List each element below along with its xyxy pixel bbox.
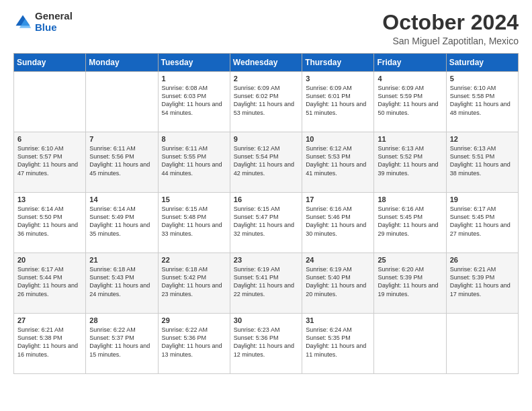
calendar-cell: 11Sunrise: 6:13 AM Sunset: 5:52 PM Dayli… [374, 132, 446, 193]
calendar-cell: 30Sunrise: 6:23 AM Sunset: 5:36 PM Dayli… [230, 314, 302, 374]
calendar-cell: 31Sunrise: 6:24 AM Sunset: 5:35 PM Dayli… [302, 314, 374, 374]
day-number: 13 [17, 195, 82, 203]
day-number: 17 [306, 195, 370, 203]
calendar-cell: 1Sunrise: 6:08 AM Sunset: 6:03 PM Daylig… [158, 72, 230, 132]
day-number: 25 [378, 256, 442, 264]
calendar-cell [374, 314, 446, 374]
calendar-cell: 14Sunrise: 6:14 AM Sunset: 5:49 PM Dayli… [86, 193, 158, 253]
day-content: Sunrise: 6:15 AM Sunset: 5:48 PM Dayligh… [162, 205, 226, 238]
calendar-cell: 15Sunrise: 6:15 AM Sunset: 5:48 PM Dayli… [158, 193, 230, 253]
day-content: Sunrise: 6:17 AM Sunset: 5:44 PM Dayligh… [17, 265, 82, 298]
logo-general-label: General [35, 11, 73, 22]
calendar-cell: 3Sunrise: 6:09 AM Sunset: 6:01 PM Daylig… [302, 72, 374, 132]
day-number: 11 [378, 135, 442, 143]
day-content: Sunrise: 6:12 AM Sunset: 5:54 PM Dayligh… [234, 144, 298, 177]
day-content: Sunrise: 6:14 AM Sunset: 5:50 PM Dayligh… [17, 205, 82, 238]
month-title: October 2024 [382, 11, 519, 34]
day-number: 26 [450, 256, 515, 264]
day-content: Sunrise: 6:16 AM Sunset: 5:46 PM Dayligh… [306, 205, 370, 238]
day-content: Sunrise: 6:09 AM Sunset: 6:01 PM Dayligh… [306, 84, 370, 117]
day-content: Sunrise: 6:10 AM Sunset: 5:58 PM Dayligh… [450, 84, 515, 117]
calendar-cell: 21Sunrise: 6:18 AM Sunset: 5:43 PM Dayli… [86, 253, 158, 314]
day-number: 2 [234, 75, 298, 83]
day-number: 7 [89, 135, 154, 143]
calendar-cell: 29Sunrise: 6:22 AM Sunset: 5:36 PM Dayli… [158, 314, 230, 374]
day-number: 8 [162, 135, 226, 143]
day-number: 3 [306, 75, 370, 83]
day-content: Sunrise: 6:19 AM Sunset: 5:41 PM Dayligh… [234, 265, 298, 298]
day-content: Sunrise: 6:20 AM Sunset: 5:39 PM Dayligh… [378, 265, 442, 298]
header-day-thursday: Thursday [302, 54, 374, 72]
page: General Blue October 2024 San Miguel Zap… [0, 0, 532, 411]
calendar-cell: 7Sunrise: 6:11 AM Sunset: 5:56 PM Daylig… [86, 132, 158, 193]
day-content: Sunrise: 6:13 AM Sunset: 5:52 PM Dayligh… [378, 144, 442, 177]
calendar-cell: 4Sunrise: 6:09 AM Sunset: 5:59 PM Daylig… [374, 72, 446, 132]
calendar-table: SundayMondayTuesdayWednesdayThursdayFrid… [13, 53, 519, 374]
day-number: 22 [162, 256, 226, 264]
calendar-cell: 22Sunrise: 6:18 AM Sunset: 5:42 PM Dayli… [158, 253, 230, 314]
logo: General Blue [13, 11, 73, 33]
calendar-cell [14, 72, 86, 132]
calendar-cell: 24Sunrise: 6:19 AM Sunset: 5:40 PM Dayli… [302, 253, 374, 314]
week-row-4: 20Sunrise: 6:17 AM Sunset: 5:44 PM Dayli… [14, 253, 519, 314]
day-number: 16 [234, 195, 298, 203]
calendar-cell [86, 72, 158, 132]
logo-text: General Blue [35, 11, 73, 33]
week-row-3: 13Sunrise: 6:14 AM Sunset: 5:50 PM Dayli… [14, 193, 519, 253]
calendar-cell: 16Sunrise: 6:15 AM Sunset: 5:47 PM Dayli… [230, 193, 302, 253]
day-content: Sunrise: 6:09 AM Sunset: 6:02 PM Dayligh… [234, 84, 298, 117]
calendar-cell: 13Sunrise: 6:14 AM Sunset: 5:50 PM Dayli… [14, 193, 86, 253]
day-content: Sunrise: 6:10 AM Sunset: 5:57 PM Dayligh… [17, 144, 82, 177]
calendar-cell: 26Sunrise: 6:21 AM Sunset: 5:39 PM Dayli… [446, 253, 518, 314]
day-number: 30 [234, 316, 298, 324]
day-number: 15 [162, 195, 226, 203]
day-content: Sunrise: 6:16 AM Sunset: 5:45 PM Dayligh… [378, 205, 442, 238]
calendar-cell: 9Sunrise: 6:12 AM Sunset: 5:54 PM Daylig… [230, 132, 302, 193]
day-content: Sunrise: 6:18 AM Sunset: 5:43 PM Dayligh… [89, 265, 154, 298]
day-content: Sunrise: 6:18 AM Sunset: 5:42 PM Dayligh… [162, 265, 226, 298]
day-number: 20 [17, 256, 82, 264]
day-content: Sunrise: 6:23 AM Sunset: 5:36 PM Dayligh… [234, 326, 298, 359]
location-title: San Miguel Zapotitlan, Mexico [382, 36, 519, 46]
title-block: October 2024 San Miguel Zapotitlan, Mexi… [382, 11, 519, 46]
day-number: 21 [89, 256, 154, 264]
calendar-cell: 20Sunrise: 6:17 AM Sunset: 5:44 PM Dayli… [14, 253, 86, 314]
day-content: Sunrise: 6:11 AM Sunset: 5:56 PM Dayligh… [89, 144, 154, 177]
day-content: Sunrise: 6:17 AM Sunset: 5:45 PM Dayligh… [450, 205, 515, 238]
day-number: 14 [89, 195, 154, 203]
day-number: 6 [17, 135, 82, 143]
day-content: Sunrise: 6:12 AM Sunset: 5:53 PM Dayligh… [306, 144, 370, 177]
day-number: 29 [162, 316, 226, 324]
day-content: Sunrise: 6:13 AM Sunset: 5:51 PM Dayligh… [450, 144, 515, 177]
day-number: 9 [234, 135, 298, 143]
logo-icon [13, 13, 32, 32]
day-number: 10 [306, 135, 370, 143]
calendar-cell: 2Sunrise: 6:09 AM Sunset: 6:02 PM Daylig… [230, 72, 302, 132]
week-row-5: 27Sunrise: 6:21 AM Sunset: 5:38 PM Dayli… [14, 314, 519, 374]
day-number: 4 [378, 75, 442, 83]
header-row: SundayMondayTuesdayWednesdayThursdayFrid… [14, 54, 519, 72]
day-number: 27 [17, 316, 82, 324]
day-number: 24 [306, 256, 370, 264]
week-row-2: 6Sunrise: 6:10 AM Sunset: 5:57 PM Daylig… [14, 132, 519, 193]
day-content: Sunrise: 6:24 AM Sunset: 5:35 PM Dayligh… [306, 326, 370, 359]
calendar-cell: 25Sunrise: 6:20 AM Sunset: 5:39 PM Dayli… [374, 253, 446, 314]
calendar-cell: 17Sunrise: 6:16 AM Sunset: 5:46 PM Dayli… [302, 193, 374, 253]
day-number: 19 [450, 195, 515, 203]
day-content: Sunrise: 6:21 AM Sunset: 5:39 PM Dayligh… [450, 265, 515, 298]
day-content: Sunrise: 6:09 AM Sunset: 5:59 PM Dayligh… [378, 84, 442, 117]
calendar-cell [446, 314, 518, 374]
calendar-cell: 6Sunrise: 6:10 AM Sunset: 5:57 PM Daylig… [14, 132, 86, 193]
calendar-cell: 23Sunrise: 6:19 AM Sunset: 5:41 PM Dayli… [230, 253, 302, 314]
day-number: 31 [306, 316, 370, 324]
calendar-cell: 10Sunrise: 6:12 AM Sunset: 5:53 PM Dayli… [302, 132, 374, 193]
header-day-saturday: Saturday [446, 54, 518, 72]
header-day-sunday: Sunday [14, 54, 86, 72]
calendar-cell: 8Sunrise: 6:11 AM Sunset: 5:55 PM Daylig… [158, 132, 230, 193]
calendar-body: 1Sunrise: 6:08 AM Sunset: 6:03 PM Daylig… [14, 72, 519, 374]
header-day-tuesday: Tuesday [158, 54, 230, 72]
day-content: Sunrise: 6:11 AM Sunset: 5:55 PM Dayligh… [162, 144, 226, 177]
day-content: Sunrise: 6:22 AM Sunset: 5:37 PM Dayligh… [89, 326, 154, 359]
calendar-cell: 28Sunrise: 6:22 AM Sunset: 5:37 PM Dayli… [86, 314, 158, 374]
header: General Blue October 2024 San Miguel Zap… [13, 11, 519, 46]
